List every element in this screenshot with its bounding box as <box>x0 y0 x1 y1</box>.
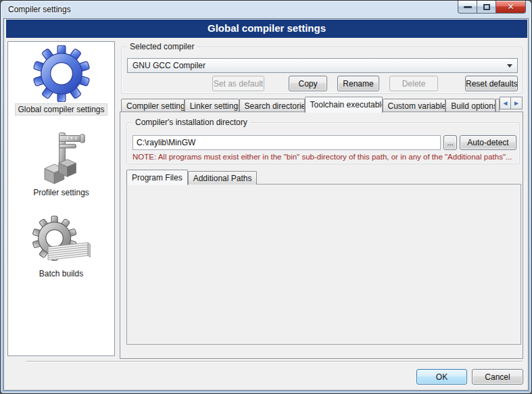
compiler-tabs: Compiler settings Linker settings Search… <box>121 96 523 112</box>
auto-detect-button[interactable]: Auto-detect <box>460 135 516 150</box>
copy-button[interactable]: Copy <box>289 76 327 91</box>
tab-build-options[interactable]: Build options <box>445 99 495 112</box>
installation-directory-legend: Compiler's installation directory <box>132 118 250 127</box>
reset-defaults-button[interactable]: Reset defaults <box>465 76 518 91</box>
tab-scroll-left-icon[interactable]: ◄ <box>500 97 511 109</box>
compiler-select-value: GNU GCC Compiler <box>132 61 205 70</box>
tab-search-directories[interactable]: Search directories <box>239 99 305 112</box>
page-title: Global compiler settings <box>6 20 527 38</box>
sidebar-item-batch-builds[interactable]: Batch builds <box>31 216 92 279</box>
selected-compiler-group: Selected compiler GNU GCC Compiler Set a… <box>121 47 523 94</box>
footer-separator <box>26 361 523 362</box>
rename-button[interactable]: Rename <box>337 76 379 91</box>
sidebar-item-label: Batch builds <box>37 268 85 279</box>
selected-compiler-legend: Selected compiler <box>127 42 197 51</box>
delete-button[interactable]: Delete <box>389 76 438 91</box>
sidebar-item-profiler-settings[interactable]: Profiler settings <box>31 132 91 198</box>
program-files-page <box>126 184 521 345</box>
minimize-icon <box>464 6 472 8</box>
cancel-button[interactable]: Cancel <box>472 369 523 385</box>
sidebar-item-global-compiler-settings[interactable]: Global compiler settings <box>15 45 107 116</box>
sidebar-item-label: Profiler settings <box>31 187 91 198</box>
chevron-down-icon <box>507 64 512 70</box>
set-as-default-button[interactable]: Set as default <box>212 76 264 91</box>
installation-directory-input[interactable] <box>132 135 441 150</box>
window-controls: ✕ <box>458 1 526 14</box>
tab-compiler-settings[interactable]: Compiler settings <box>121 99 185 112</box>
tab-scroll-right-icon[interactable]: ► <box>511 97 523 109</box>
sidebar-item-label: Global compiler settings <box>15 103 107 116</box>
settings-category-list: Global compiler settings <box>7 41 115 356</box>
close-button[interactable]: ✕ <box>495 1 526 14</box>
close-icon: ✕ <box>507 2 514 11</box>
minimize-button[interactable] <box>458 1 477 14</box>
window-title: Compiler settings <box>8 5 71 14</box>
gray-gear-stack-icon <box>31 216 92 267</box>
maximize-icon <box>483 4 490 10</box>
maximize-button[interactable] <box>477 1 495 14</box>
titlebar[interactable]: Compiler settings ✕ <box>1 1 531 18</box>
blue-gear-icon <box>29 45 94 102</box>
caliper-icon <box>32 132 89 186</box>
tab-program-files[interactable]: Program Files <box>126 170 188 185</box>
tab-additional-paths[interactable]: Additional Paths <box>188 171 258 184</box>
installation-note: NOTE: All programs must exist either in … <box>132 153 512 161</box>
program-tabs: Program Files Additional Paths <box>126 169 521 184</box>
ok-button[interactable]: OK <box>416 369 467 385</box>
compiler-settings-window: Compiler settings ✕ Global compiler sett… <box>0 0 532 394</box>
tab-toolchain-executables[interactable]: Toolchain executables <box>305 97 383 113</box>
tab-linker-settings[interactable]: Linker settings <box>185 99 239 112</box>
installation-directory-group: Compiler's installation directory ... Au… <box>126 122 520 164</box>
compiler-select[interactable]: GNU GCC Compiler <box>127 58 518 73</box>
tab-scrollers: ◄ ► <box>500 97 523 109</box>
tab-custom-variables[interactable]: Custom variables <box>383 99 446 112</box>
installation-directory-browse-button[interactable]: ... <box>443 135 457 150</box>
